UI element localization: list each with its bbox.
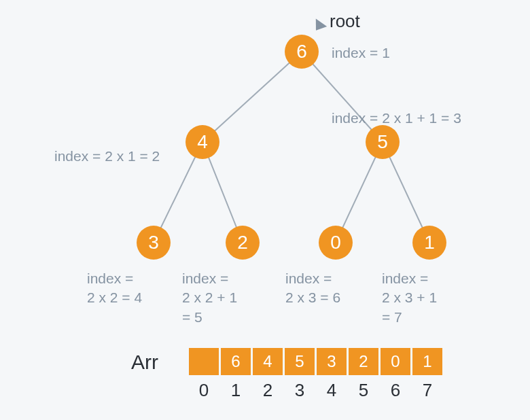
root-pointer-arrow	[311, 19, 327, 35]
svg-line-1	[302, 52, 383, 142]
array-index: 6	[381, 380, 410, 401]
tree-node-right: 5	[366, 125, 400, 159]
ll-index-annotation: index = 2 x 2 = 4	[87, 269, 142, 308]
node-value: 1	[424, 232, 435, 253]
node-value: 4	[197, 131, 208, 153]
tree-node-lr: 2	[226, 226, 260, 260]
node-value: 6	[296, 41, 307, 63]
array-index: 3	[285, 380, 315, 401]
tree-node-left: 4	[186, 125, 219, 159]
array-cell: 6	[221, 348, 251, 375]
lr-index-annotation: index = 2 x 2 + 1 = 5	[182, 269, 237, 327]
tree-node-ll: 3	[137, 226, 171, 260]
array-cell: 4	[253, 348, 283, 375]
right-index-annotation: index = 2 x 1 + 1 = 3	[332, 109, 461, 128]
array-index: 0	[189, 380, 219, 401]
array-cell	[189, 348, 219, 375]
array-index: 7	[412, 380, 442, 401]
array-cell: 3	[317, 348, 347, 375]
array-cell: 2	[349, 348, 378, 375]
array-cell: 0	[381, 348, 410, 375]
root-label: root	[330, 11, 360, 32]
node-value: 2	[237, 232, 248, 253]
node-value: 0	[330, 232, 341, 253]
tree-node-rl: 0	[319, 226, 353, 260]
array-label: Arr	[131, 351, 158, 374]
rl-index-annotation: index = 2 x 3 = 6	[285, 269, 340, 308]
root-index-annotation: index = 1	[332, 43, 390, 63]
array-index: 2	[253, 380, 283, 401]
node-value: 5	[377, 131, 388, 153]
array-indices: 01234567	[189, 380, 442, 401]
tree-node-root: 6	[285, 35, 319, 69]
rr-index-annotation: index = 2 x 3 + 1 = 7	[382, 269, 437, 327]
tree-node-rr: 1	[412, 226, 446, 260]
left-index-annotation: index = 2 x 1 = 2	[54, 147, 160, 166]
svg-line-0	[202, 52, 302, 142]
heap-diagram: root index = 1 index = 2 x 1 = 2 index =…	[0, 0, 530, 420]
array-cell: 5	[285, 348, 315, 375]
array-index: 4	[317, 380, 347, 401]
node-value: 3	[148, 232, 159, 253]
array-cell: 1	[412, 348, 442, 375]
array-index: 1	[221, 380, 251, 401]
array-index: 5	[349, 380, 378, 401]
array-cells: 6453201	[189, 348, 442, 375]
